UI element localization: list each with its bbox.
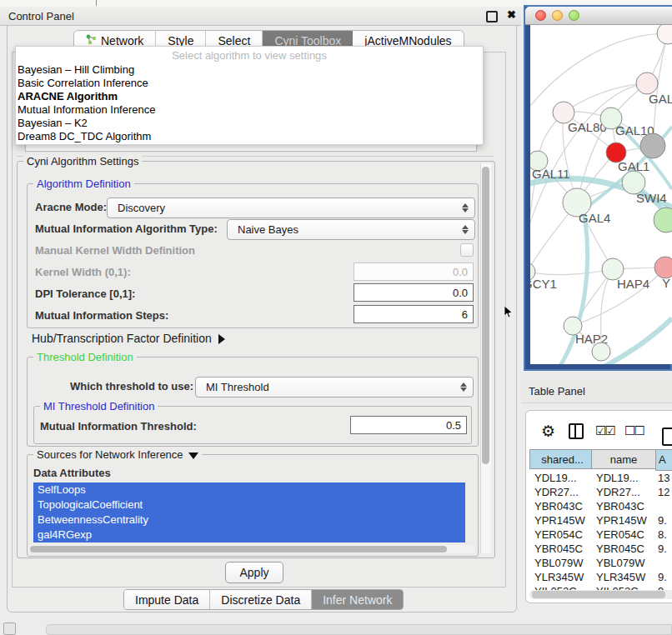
algorithm-option[interactable]: Dream8 DC_TDC Algorithm <box>16 130 483 143</box>
apply-button[interactable]: Apply <box>225 562 283 583</box>
network-node[interactable] <box>592 342 610 361</box>
table-cell: 9. <box>655 570 672 584</box>
threshold-definition-title: Threshold Definition <box>33 351 137 363</box>
data-attributes-label: Data Attributes <box>33 467 111 479</box>
collapsed-panel-icon[interactable] <box>3 622 16 635</box>
table-row[interactable]: YDL19...YDL19...13 <box>529 471 672 485</box>
tab-discretize-data[interactable]: Discretize Data <box>210 590 312 609</box>
aracne-mode-value: Discovery <box>118 202 459 214</box>
hub-section-toggle[interactable]: Hub/Transcription Factor Definition <box>32 332 225 345</box>
kernel-width-field[interactable]: 0.0 <box>354 262 474 281</box>
mi-algorithm-type-label: Mutual Information Algorithm Type: <box>35 222 218 235</box>
table-toolbar: ⚙ ☑☑ ☐☐ <box>526 418 672 444</box>
sources-hscrollbar[interactable] <box>28 545 475 553</box>
network-edge[interactable] <box>530 269 613 275</box>
table-cell: YDL19... <box>529 471 591 485</box>
table-cell: 9. <box>655 513 672 528</box>
table-cell: YBR045C <box>591 542 655 556</box>
network-view-titlebar[interactable] <box>525 7 672 25</box>
node-label: SWI4 <box>636 191 667 205</box>
select-all-checks-icon[interactable]: ☑☑ <box>595 423 614 438</box>
mi-threshold-definition-title: MI Threshold Definition <box>40 400 158 412</box>
which-threshold-select[interactable]: MI Threshold <box>195 377 474 398</box>
dpi-tolerance-field[interactable]: 0.0 <box>354 283 474 302</box>
mi-algorithm-type-select[interactable]: Naive Bayes <box>227 219 475 240</box>
table-cell: YBR043C <box>529 499 591 513</box>
network-node[interactable] <box>654 208 672 232</box>
document-icon[interactable] <box>662 428 672 446</box>
table-row[interactable]: YPR145WYPR145W9. <box>529 513 672 528</box>
data-attribute-item[interactable]: TopologicalCoefficient <box>33 498 465 512</box>
data-attribute-item[interactable]: SelfLoops <box>33 482 465 498</box>
data-attributes-list[interactable]: SelfLoopsTopologicalCoefficientBetweenne… <box>33 482 465 542</box>
mi-steps-label: Mutual Information Steps: <box>35 309 168 322</box>
network-edge[interactable] <box>530 33 668 106</box>
float-window-icon[interactable] <box>486 11 498 22</box>
gear-icon[interactable]: ⚙ <box>541 422 555 441</box>
algorithm-option[interactable]: Bayesian – K2 <box>16 117 483 130</box>
zoom-traffic-icon[interactable] <box>569 10 579 21</box>
scrollbar-thumb[interactable] <box>30 546 447 552</box>
combo-arrows-icon <box>457 382 470 392</box>
data-attribute-item[interactable]: BetweennessCentrality <box>33 512 465 528</box>
manual-kernel-checkbox[interactable] <box>460 243 474 257</box>
dpi-tolerance-label: DPI Tolerance [0,1]: <box>35 288 135 300</box>
table-row[interactable]: YBR043CYBR043C <box>529 499 672 513</box>
table-row[interactable]: YDR27...YDR27...12 <box>529 485 672 499</box>
table-cell: YBL079W <box>591 556 655 570</box>
network-canvas[interactable]: GAL7GAL80GAL10GAL1GAL11SWI4GAL4GCY1HAP4Y… <box>530 25 672 364</box>
tab-impute-data[interactable]: Impute Data <box>124 590 210 609</box>
column-header[interactable]: shared... <box>529 449 591 469</box>
which-threshold-label: Which threshold to use: <box>70 380 193 392</box>
aracne-mode-select[interactable]: Discovery <box>107 198 475 218</box>
table-cell: 9. <box>655 542 672 556</box>
network-edge[interactable] <box>564 83 647 112</box>
table-cell: YER054C <box>529 528 591 542</box>
table-row[interactable]: YLR345WYLR345W9. <box>529 570 672 584</box>
combo-arrows-icon <box>459 225 472 234</box>
node-table: shared...nameA YDL19...YDL19...13YDR27..… <box>529 449 672 598</box>
table-cell: YDR27... <box>591 485 655 499</box>
table-cell <box>655 499 672 513</box>
data-attribute-item[interactable]: gal4RGexp <box>33 528 465 542</box>
control-panel-title: Control Panel <box>8 10 74 22</box>
bottom-status-bar <box>46 624 672 635</box>
table-cell: YBR043C <box>591 499 655 513</box>
column-header[interactable]: A <box>655 449 672 471</box>
splitter-tick <box>96 0 97 6</box>
algorithm-option[interactable]: ARACNE Algorithm <box>16 90 483 103</box>
table-row[interactable]: YBR045CYBR045C9. <box>529 542 672 556</box>
manual-kernel-label: Manual Kernel Width Definition <box>35 244 195 257</box>
columns-icon[interactable] <box>569 423 584 439</box>
minimize-traffic-icon[interactable] <box>552 10 563 21</box>
table-cell: 12 <box>655 485 672 499</box>
combo-arrows-icon <box>459 203 472 212</box>
table-row[interactable]: YBL079WYBL079W <box>529 556 672 570</box>
table-cell: 8. <box>655 528 672 542</box>
mi-steps-field[interactable]: 6 <box>354 305 474 323</box>
deselect-all-checks-icon[interactable]: ☐☐ <box>624 423 644 438</box>
tab-infer-network[interactable]: Infer Network <box>312 590 403 609</box>
scrollbar-thumb[interactable] <box>482 167 489 464</box>
table-cell: YBL079W <box>529 556 591 570</box>
mi-threshold-field[interactable]: 0.5 <box>350 416 467 434</box>
scrollbar-thumb[interactable] <box>532 591 665 598</box>
close-traffic-icon[interactable] <box>535 10 546 21</box>
algorithm-dropdown-popup: Select algorithm to view settings Bayesi… <box>15 46 484 145</box>
algorithm-option[interactable]: Mutual Information Inference <box>16 103 483 117</box>
algorithm-option[interactable]: Basic Correlation Inference <box>16 77 483 90</box>
table-row[interactable]: YER054CYER054C8. <box>529 528 672 542</box>
node-label: GAL4 <box>579 211 610 225</box>
algorithm-option[interactable]: Bayesian – Hill Climbing <box>16 63 483 77</box>
table-hscrollbar[interactable] <box>529 590 672 599</box>
network-node[interactable] <box>657 25 672 44</box>
algorithm-definition-title: Algorithm Definition <box>33 178 134 190</box>
settings-vscrollbar[interactable] <box>480 163 491 553</box>
network-node[interactable] <box>640 133 665 158</box>
table-cell: YPR145W <box>529 513 591 528</box>
column-header[interactable]: name <box>591 449 655 469</box>
mi-algorithm-type-value: Naive Bayes <box>238 223 459 236</box>
table-body: YDL19...YDL19...13YDR27...YDR27...12YBR0… <box>529 471 672 598</box>
close-icon[interactable]: ✖ <box>507 8 516 21</box>
aracne-mode-label: Aracne Mode: <box>35 201 107 213</box>
